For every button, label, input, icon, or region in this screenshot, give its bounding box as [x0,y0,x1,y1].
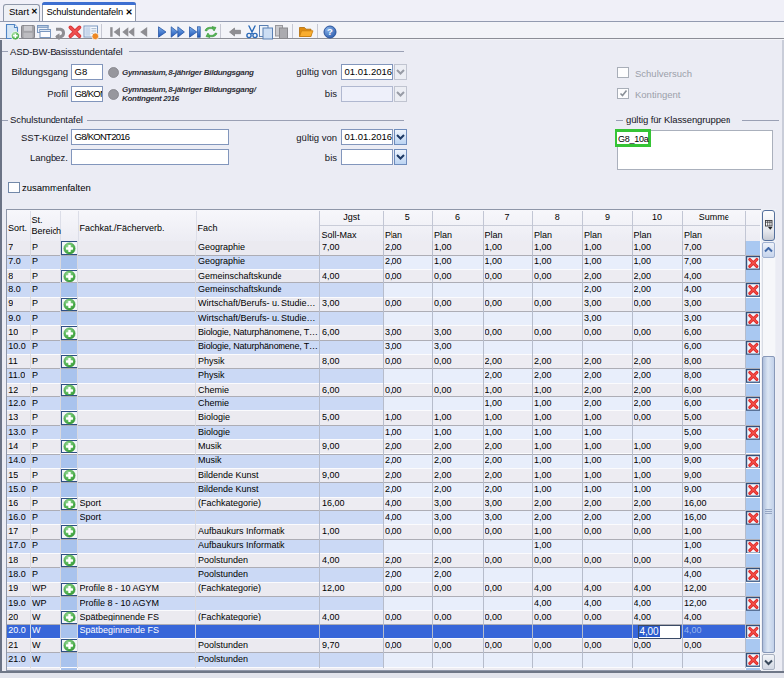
svg-text:?: ? [327,26,333,37]
